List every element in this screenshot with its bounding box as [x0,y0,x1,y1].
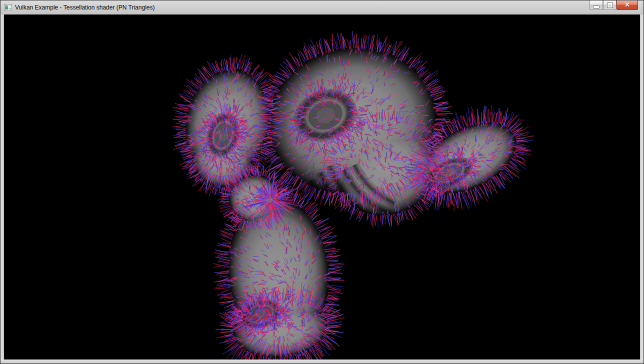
app-icon[interactable] [4,4,12,12]
resize-border-left[interactable] [0,14,4,360]
maximize-button[interactable] [603,0,616,10]
application-window: Vulkan Example - Tessellation shader (PN… [0,0,644,364]
window-title: Vulkan Example - Tessellation shader (PN… [15,0,154,14]
minimize-icon [593,6,600,8]
resize-border-bottom[interactable] [0,360,644,364]
caption-buttons: ✕ [590,0,638,10]
maximize-icon [608,3,612,8]
vulkan-viewport-canvas[interactable] [4,14,640,360]
close-icon: ✕ [624,0,630,10]
minimize-button[interactable] [590,0,603,10]
close-button[interactable]: ✕ [616,0,638,10]
title-bar[interactable]: Vulkan Example - Tessellation shader (PN… [0,0,644,14]
resize-border-right[interactable] [640,14,644,360]
render-client-area [4,14,640,360]
